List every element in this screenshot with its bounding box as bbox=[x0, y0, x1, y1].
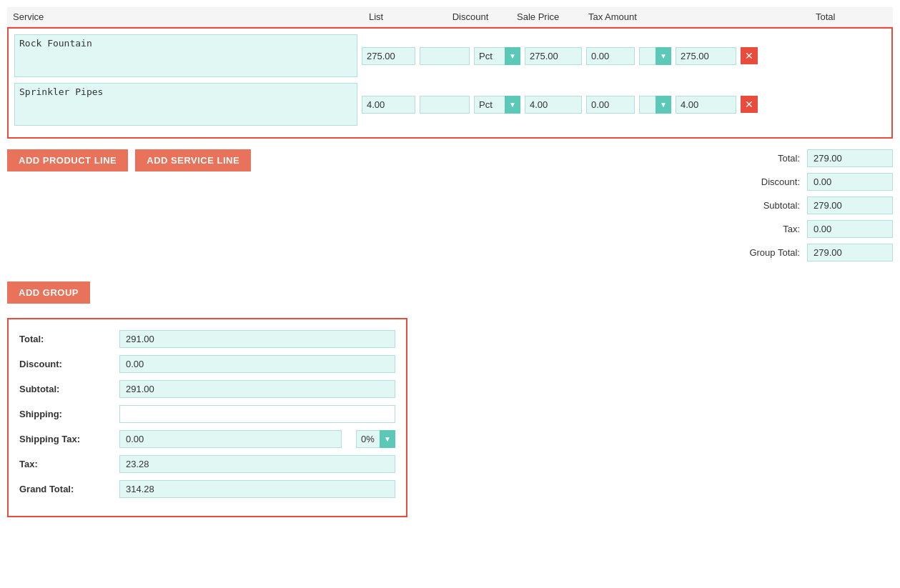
grand-total-row: Total: bbox=[19, 330, 395, 348]
shipping-input[interactable] bbox=[119, 405, 395, 423]
group-tax-value[interactable] bbox=[807, 220, 893, 238]
grand-tax-label: Tax: bbox=[19, 459, 112, 469]
grand-grand-total-label: Grand Total: bbox=[19, 484, 112, 494]
shipping-pct-select[interactable]: 0% 5% 10% bbox=[356, 430, 395, 448]
header-tax-amount: Tax Amount bbox=[588, 11, 681, 22]
header-sale: Sale Price bbox=[517, 11, 588, 22]
group-subtotal-value[interactable] bbox=[807, 196, 893, 214]
lines-container: Rock Fountain Pct Amt ✕ Sprinkler Pipes bbox=[7, 27, 893, 139]
tax-amount-input-2[interactable] bbox=[586, 96, 635, 114]
pct-select-1[interactable]: Pct Amt bbox=[474, 47, 520, 65]
list-input-1[interactable] bbox=[362, 47, 415, 65]
group-summary: Total: Discount: Subtotal: Tax: Group To… bbox=[728, 149, 893, 267]
table-row: Rock Fountain Pct Amt ✕ bbox=[14, 34, 886, 77]
shipping-label: Shipping: bbox=[19, 409, 112, 419]
total-input-1[interactable] bbox=[676, 47, 736, 65]
delete-button-2[interactable]: ✕ bbox=[741, 96, 758, 113]
discount-input-2[interactable] bbox=[420, 96, 470, 114]
group-group-total-label: Group Total: bbox=[728, 247, 800, 258]
grand-grand-total-input[interactable] bbox=[119, 480, 395, 498]
pct-select-wrapper-1: Pct Amt bbox=[474, 47, 520, 65]
grand-tax-row: Tax: bbox=[19, 455, 395, 473]
sale-price-input-2[interactable] bbox=[525, 96, 582, 114]
header-service: Service bbox=[13, 11, 363, 22]
shipping-tax-input[interactable] bbox=[119, 430, 342, 448]
grand-totals-box: Total: Discount: Subtotal: Shipping: Shi… bbox=[7, 318, 407, 517]
grand-total-input[interactable] bbox=[119, 330, 395, 348]
group-total-label: Total: bbox=[728, 153, 800, 164]
grand-discount-label: Discount: bbox=[19, 359, 112, 369]
group-group-total-value[interactable] bbox=[807, 244, 893, 261]
group-subtotal-label: Subtotal: bbox=[728, 200, 800, 211]
service-textarea-2[interactable]: Sprinkler Pipes bbox=[14, 83, 357, 126]
group-tax-label: Tax: bbox=[728, 224, 800, 234]
grand-subtotal-label: Subtotal: bbox=[19, 384, 112, 394]
add-group-button[interactable]: ADD GROUP bbox=[7, 281, 90, 304]
total-input-2[interactable] bbox=[676, 96, 736, 114]
group-group-total-row: Group Total: bbox=[728, 244, 893, 261]
shipping-tax-row: Shipping Tax: 0% 5% 10% bbox=[19, 430, 395, 448]
group-total-value[interactable] bbox=[807, 149, 893, 167]
header-list: List bbox=[363, 11, 424, 22]
pct-select-wrapper-2: Pct Amt bbox=[474, 96, 520, 114]
table-row: Sprinkler Pipes Pct Amt ✕ bbox=[14, 83, 886, 126]
table-header: Service List Discount Sale Price Tax Amo… bbox=[7, 7, 893, 27]
discount-input-1[interactable] bbox=[420, 47, 470, 65]
group-subtotal-row: Subtotal: bbox=[728, 196, 893, 214]
add-product-line-button[interactable]: ADD PRODUCT LINE bbox=[7, 149, 128, 171]
tax-select-wrapper-1 bbox=[639, 47, 671, 65]
group-discount-row: Discount: bbox=[728, 173, 893, 191]
grand-discount-row: Discount: bbox=[19, 355, 395, 373]
header-discount: Discount bbox=[424, 11, 517, 22]
delete-button-1[interactable]: ✕ bbox=[741, 47, 758, 64]
list-input-2[interactable] bbox=[362, 96, 415, 114]
grand-tax-input[interactable] bbox=[119, 455, 395, 473]
header-total: Total bbox=[816, 11, 887, 22]
group-total-row: Total: bbox=[728, 149, 893, 167]
group-discount-label: Discount: bbox=[728, 176, 800, 187]
shipping-row: Shipping: bbox=[19, 405, 395, 423]
sale-price-input-1[interactable] bbox=[525, 47, 582, 65]
grand-total-label: Total: bbox=[19, 334, 112, 344]
group-discount-value[interactable] bbox=[807, 173, 893, 191]
grand-subtotal-input[interactable] bbox=[119, 380, 395, 398]
tax-select-2[interactable] bbox=[639, 96, 671, 114]
pct-select-2[interactable]: Pct Amt bbox=[474, 96, 520, 114]
tax-select-wrapper-2 bbox=[639, 96, 671, 114]
tax-select-1[interactable] bbox=[639, 47, 671, 65]
add-service-line-button[interactable]: ADD SERVICE LINE bbox=[135, 149, 251, 171]
grand-discount-input[interactable] bbox=[119, 355, 395, 373]
tax-amount-input-1[interactable] bbox=[586, 47, 635, 65]
service-textarea-1[interactable]: Rock Fountain bbox=[14, 34, 357, 77]
grand-grand-total-row: Grand Total: bbox=[19, 480, 395, 498]
grand-subtotal-row: Subtotal: bbox=[19, 380, 395, 398]
shipping-pct-wrapper: 0% 5% 10% bbox=[356, 430, 395, 448]
shipping-tax-label: Shipping Tax: bbox=[19, 434, 112, 444]
group-tax-row: Tax: bbox=[728, 220, 893, 238]
